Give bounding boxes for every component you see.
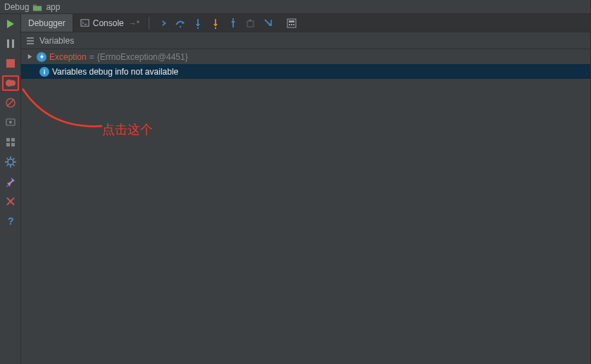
show-exec-button[interactable] — [155, 15, 170, 31]
titlebar-app: app — [46, 2, 60, 12]
variables-icon — [25, 36, 35, 46]
pin-button[interactable] — [2, 174, 19, 189]
lightning-icon — [37, 52, 46, 62]
sidebar: ? — [0, 14, 21, 364]
svg-rect-41 — [293, 24, 294, 25]
thread-dump-button[interactable] — [2, 115, 19, 130]
evaluate-button[interactable] — [284, 15, 299, 31]
svg-rect-12 — [11, 143, 15, 146]
folder-icon — [32, 3, 42, 11]
svg-rect-33 — [232, 18, 234, 20]
debug-toolbar — [151, 14, 299, 32]
svg-line-20 — [6, 165, 8, 166]
variables-row-info[interactable]: Variables debug info not available — [21, 64, 590, 79]
svg-rect-11 — [6, 143, 10, 146]
titlebar: Debug app — [0, 0, 590, 14]
info-icon — [39, 67, 49, 77]
resume-button[interactable] — [2, 16, 19, 32]
expand-arrow-icon[interactable] — [27, 54, 34, 61]
tab-separator — [149, 17, 149, 29]
svg-line-6 — [7, 99, 14, 106]
settings-button[interactable] — [2, 154, 19, 170]
titlebar-label: Debug — [4, 2, 29, 12]
svg-rect-34 — [247, 21, 254, 27]
svg-point-8 — [9, 121, 12, 124]
force-step-into-button[interactable] — [208, 15, 223, 31]
exception-eq: = — [89, 52, 94, 62]
variables-info-text: Variables debug info not available — [52, 67, 178, 77]
svg-rect-0 — [7, 39, 9, 48]
tab-debugger-label: Debugger — [28, 18, 66, 28]
content-column: Debugger Console →* — [21, 14, 590, 364]
exception-value: {ErrnoException@4451} — [97, 52, 188, 62]
step-over-button[interactable] — [173, 15, 188, 31]
svg-line-21 — [13, 158, 14, 160]
svg-rect-25 — [81, 20, 89, 26]
svg-rect-37 — [287, 19, 296, 27]
svg-line-19 — [13, 165, 14, 166]
svg-text:?: ? — [8, 215, 14, 227]
step-into-button[interactable] — [190, 15, 206, 31]
svg-rect-38 — [289, 20, 294, 23]
tab-console-label: Console — [93, 18, 124, 28]
svg-point-13 — [8, 159, 13, 165]
tab-row: Debugger Console →* — [21, 14, 590, 32]
close-button[interactable] — [2, 194, 19, 209]
svg-rect-40 — [291, 24, 292, 25]
attach-pin-icon: →* — [129, 19, 139, 27]
mute-breakpoints-button[interactable] — [2, 95, 19, 111]
exception-name: Exception — [49, 52, 87, 62]
main-area: ? Debugger Console →* — [0, 14, 590, 364]
svg-line-18 — [6, 158, 8, 160]
variables-header: Variables — [21, 32, 590, 49]
console-icon — [80, 18, 89, 27]
svg-point-45 — [44, 69, 45, 70]
svg-line-35 — [265, 20, 270, 25]
drop-frame-button[interactable] — [243, 15, 259, 31]
tab-debugger[interactable]: Debugger — [21, 14, 73, 32]
svg-rect-27 — [180, 26, 181, 27]
svg-rect-46 — [44, 71, 44, 74]
svg-rect-29 — [197, 27, 199, 29]
svg-rect-10 — [11, 138, 15, 142]
variables-label: Variables — [39, 36, 74, 46]
view-breakpoints-button[interactable] — [2, 75, 19, 91]
pause-button[interactable] — [2, 36, 19, 51]
variables-row-exception[interactable]: Exception = {ErrnoException@4451} — [21, 49, 590, 64]
svg-rect-1 — [12, 39, 14, 48]
svg-rect-2 — [6, 59, 15, 68]
svg-rect-39 — [289, 24, 290, 25]
tab-console[interactable]: Console →* — [73, 14, 147, 32]
run-to-cursor-button[interactable] — [261, 15, 276, 31]
variables-panel: Exception = {ErrnoException@4451} Variab… — [21, 49, 590, 364]
help-button[interactable]: ? — [2, 213, 19, 229]
stop-button[interactable] — [2, 56, 19, 71]
svg-point-4 — [10, 80, 15, 86]
svg-rect-9 — [6, 138, 10, 142]
step-out-button[interactable] — [225, 15, 241, 31]
restore-layout-button[interactable] — [2, 134, 19, 150]
svg-rect-31 — [215, 27, 216, 29]
